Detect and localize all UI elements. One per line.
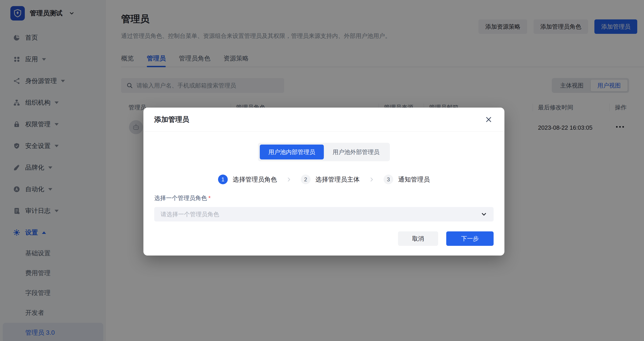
app-root: 管理员测试 首页 应用 身份源管理 组织机构 <box>0 0 644 341</box>
modal-footer: 取消 下一步 <box>154 232 494 246</box>
step-label: 选择管理员主体 <box>316 175 360 184</box>
stepper: 1 选择管理员角色 2 选择管理员主体 3 通知管理员 <box>144 174 504 184</box>
step-number: 1 <box>218 174 228 184</box>
segment-external-admin[interactable]: 用户池外部管理员 <box>324 144 388 160</box>
chevron-right-icon <box>369 176 374 182</box>
next-step-button[interactable]: 下一步 <box>446 232 494 246</box>
role-field: 选择一个管理员角色* <box>154 194 494 202</box>
step-label: 选择管理员角色 <box>233 175 277 184</box>
step-number: 2 <box>301 174 310 184</box>
role-select[interactable]: 请选择一个管理员角色 <box>154 207 494 222</box>
step-number: 3 <box>384 174 393 184</box>
required-asterisk: * <box>208 195 210 202</box>
step-choose-role: 1 选择管理员角色 <box>218 174 277 184</box>
step-label: 通知管理员 <box>398 175 430 184</box>
chevron-right-icon <box>286 176 292 182</box>
admin-type-switch: 用户池内部管理员 用户池外部管理员 <box>258 143 390 161</box>
admin-type-switch-wrap: 用户池内部管理员 用户池外部管理员 <box>144 143 504 161</box>
step-choose-subject: 2 选择管理员主体 <box>301 174 360 184</box>
role-select-placeholder: 请选择一个管理员角色 <box>160 210 219 218</box>
modal-header: 添加管理员 <box>144 108 504 132</box>
modal-title: 添加管理员 <box>154 115 189 124</box>
chevron-down-icon <box>480 211 487 218</box>
step-notify-admin: 3 通知管理员 <box>384 174 430 184</box>
segment-internal-admin[interactable]: 用户池内部管理员 <box>260 144 324 160</box>
role-field-label: 选择一个管理员角色 <box>154 195 207 202</box>
cancel-button[interactable]: 取消 <box>398 232 438 246</box>
add-admin-modal: 添加管理员 用户池内部管理员 用户池外部管理员 1 选择管理员角色 2 选择管理 <box>144 108 504 256</box>
close-icon[interactable] <box>484 114 494 124</box>
